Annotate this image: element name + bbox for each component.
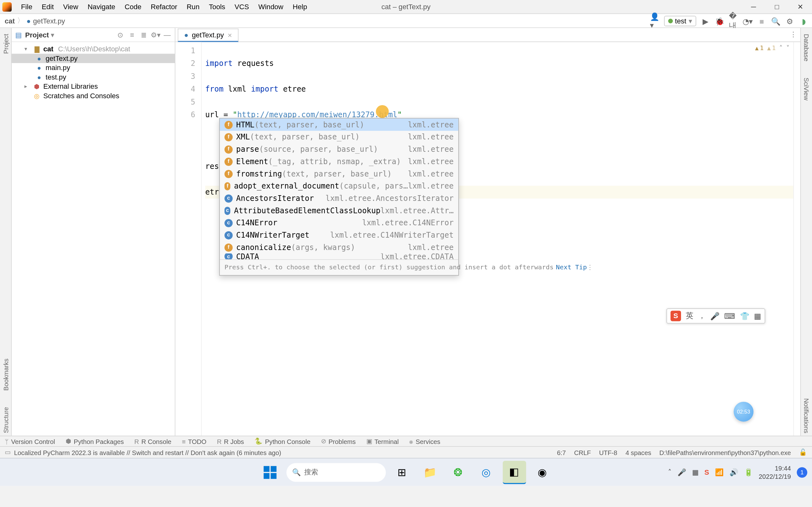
tool-problems[interactable]: ⊘Problems [321, 437, 356, 445]
tab-database[interactable]: Database [803, 32, 810, 64]
settings-gear-icon[interactable]: ⚙▾ [151, 31, 159, 39]
chrome-icon[interactable]: ◉ [531, 460, 554, 484]
tree-root[interactable]: ▾ ▇ cat C:\Users\h\Desktop\cat [12, 44, 175, 54]
tray-mic-icon[interactable]: 🎤 [677, 468, 687, 476]
menu-tools[interactable]: Tools [204, 0, 230, 14]
ime-mic-icon[interactable]: 🎤 [710, 312, 719, 320]
stop-button[interactable]: ■ [757, 16, 766, 26]
menu-window[interactable]: Window [254, 0, 288, 14]
next-highlight-icon[interactable]: ˅ [786, 44, 790, 52]
tool-r-console[interactable]: RR Console [135, 438, 171, 445]
tray-chevron-icon[interactable]: ˄ [668, 468, 671, 476]
tray-volume-icon[interactable]: 🔊 [729, 468, 739, 476]
profile-button[interactable]: ◔▾ [743, 16, 752, 26]
editor-tabs-more-icon[interactable]: ⋮ [790, 31, 797, 39]
taskbar-search[interactable]: 🔍 搜索 [286, 463, 386, 482]
window-maximize[interactable]: □ [765, 0, 789, 14]
ac-item[interactable]: c C14NError lxml.etree.C14NError [220, 217, 458, 229]
run-config-selector[interactable]: test ▾ [664, 16, 696, 26]
project-panel-title[interactable]: Project ▾ [25, 31, 113, 39]
menu-view[interactable]: View [58, 0, 83, 14]
tool-services[interactable]: ⎈Services [409, 438, 440, 445]
ime-toolbox-icon[interactable]: ▦ [754, 312, 761, 320]
tree-external-libs[interactable]: ▸ ⬢ External Libraries [12, 82, 175, 91]
caret-position[interactable]: 6:7 [557, 449, 566, 456]
task-view-icon[interactable]: ⊞ [390, 460, 414, 484]
line-separator[interactable]: CRLF [574, 449, 591, 456]
error-stripe[interactable] [793, 42, 800, 436]
ime-toolbar[interactable]: S 英 ， 🎤 ⌨ 👕 ▦ [666, 308, 765, 324]
breadcrumb-project[interactable]: cat [5, 17, 15, 25]
tree-file-test[interactable]: ● test.py [12, 72, 175, 82]
ime-punct-icon[interactable]: ， [698, 311, 706, 321]
tree-scratches[interactable]: ◎ Scratches and Consoles [12, 91, 175, 101]
code-area[interactable]: import requests from lxml import etree u… [202, 42, 793, 436]
inspections-widget[interactable]: ▲1 ▲1 ˄ ˅ [755, 44, 790, 52]
system-tray[interactable]: ˄ 🎤 ▦ S 📶 🔊 🔋 19:44 2022/12/19 1 [668, 464, 807, 481]
status-message[interactable]: Localized PyCharm 2022.3 is available //… [14, 449, 281, 456]
window-minimize[interactable]: ─ [742, 0, 765, 14]
menu-refactor[interactable]: Refactor [146, 0, 182, 14]
ac-item[interactable]: f fromstring(text, parser, base_url) lxm… [220, 168, 458, 180]
tool-python-console[interactable]: 🐍Python Console [254, 437, 310, 445]
ac-item[interactable]: f adopt_external_document(capsule, pars…… [220, 180, 458, 192]
breadcrumb-file[interactable]: getText.py [33, 17, 65, 25]
project-tree[interactable]: ▾ ▇ cat C:\Users\h\Desktop\cat ● getText… [12, 42, 175, 103]
start-button[interactable] [258, 460, 282, 484]
ac-item[interactable]: c AncestorsIterator lxml.etree.Ancestors… [220, 192, 458, 205]
status-icon[interactable]: ▭ [5, 448, 10, 456]
ime-lang[interactable]: 英 [686, 311, 693, 321]
user-icon[interactable]: 👤▾ [650, 16, 659, 26]
tool-terminal[interactable]: ▣Terminal [366, 437, 399, 445]
ac-item[interactable]: c CDATA lxml.etree.CDATA [220, 253, 458, 259]
indent-settings[interactable]: 4 spaces [625, 449, 651, 456]
tab-sciview[interactable]: SciView [803, 75, 810, 103]
ac-item[interactable]: f parse(source, parser, base_url) lxml.e… [220, 143, 458, 156]
tree-file-gettext[interactable]: ● getText.py [12, 54, 175, 63]
expand-all-icon[interactable]: ≡ [128, 31, 136, 39]
select-opened-file-icon[interactable]: ⊙ [116, 31, 125, 39]
tray-sogou-icon[interactable]: S [705, 468, 709, 476]
expand-arrow-icon[interactable]: ▾ [24, 46, 30, 52]
python-interpreter[interactable]: D:\filePaths\environment\python37\python… [659, 449, 791, 456]
ac-item[interactable]: f XML(text, parser, base_url) lxml.etree [220, 131, 458, 143]
tab-notifications[interactable]: Notifications [803, 396, 810, 436]
tab-gettext[interactable]: ● getText.py ✕ [177, 29, 239, 42]
ime-keyboard-icon[interactable]: ⌨ [724, 312, 735, 320]
file-encoding[interactable]: UTF-8 [599, 449, 617, 456]
menu-vcs[interactable]: VCS [230, 0, 254, 14]
taskbar-clock[interactable]: 19:44 2022/12/19 [759, 464, 791, 481]
hide-panel-icon[interactable]: — [163, 31, 171, 39]
settings-icon[interactable]: ⚙ [785, 16, 794, 26]
ime-skin-icon[interactable]: 👕 [740, 312, 749, 320]
tool-version-control[interactable]: ᛘVersion Control [5, 438, 55, 445]
menu-edit[interactable]: Edit [37, 0, 59, 14]
menu-help[interactable]: Help [288, 0, 312, 14]
debug-button[interactable]: 🐞 [715, 16, 724, 26]
tool-todo[interactable]: ≡TODO [182, 438, 206, 445]
code-with-me-icon[interactable]: ◗ [799, 16, 808, 26]
search-everywhere-icon[interactable]: 🔍 [771, 16, 780, 26]
ac-item[interactable]: c C14NWriterTarget lxml.etree.C14NWriter… [220, 229, 458, 241]
explorer-icon[interactable]: 📁 [418, 460, 442, 484]
tree-file-main[interactable]: ● main.py [12, 63, 175, 72]
tray-app-icon[interactable]: ▦ [692, 468, 699, 476]
menu-run[interactable]: Run [182, 0, 204, 14]
tab-bookmarks[interactable]: Bookmarks [2, 356, 9, 393]
tab-project[interactable]: Project [2, 32, 9, 56]
run-button[interactable]: ▶ [701, 16, 710, 26]
prev-highlight-icon[interactable]: ˄ [779, 44, 783, 52]
tab-structure[interactable]: Structure [2, 405, 9, 436]
menu-navigate[interactable]: Navigate [83, 0, 120, 14]
expand-arrow-icon[interactable]: ▸ [24, 83, 30, 89]
ac-item[interactable]: f Element(_tag, attrib, nsmap, _extra) l… [220, 155, 458, 168]
window-close[interactable]: ✕ [789, 0, 812, 14]
tray-wifi-icon[interactable]: 📶 [715, 468, 724, 476]
menu-file[interactable]: File [16, 0, 37, 14]
pycharm-taskbar-icon[interactable]: ◧ [502, 460, 526, 484]
tool-python-packages[interactable]: ⬢Python Packages [66, 437, 124, 445]
wechat-icon[interactable]: ❂ [446, 460, 470, 484]
close-tab-icon[interactable]: ✕ [227, 32, 232, 38]
next-tip-link[interactable]: Next Tip [556, 261, 587, 274]
ac-more-icon[interactable]: ⋮ [587, 261, 593, 274]
